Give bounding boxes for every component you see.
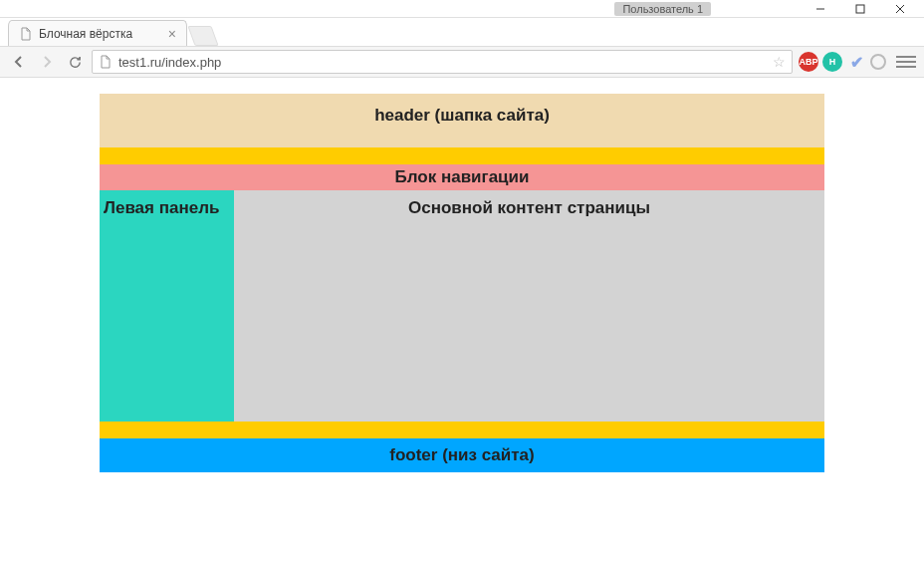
site-header-block: header (шапка сайта) (100, 94, 824, 147)
os-titlebar: Пользователь 1 (0, 0, 924, 18)
browser-tab-bar: Блочная вёрстка × (0, 18, 924, 46)
yellow-strip-bottom (100, 422, 824, 438)
svg-rect-1 (856, 5, 864, 13)
url-text: test1.ru/index.php (118, 55, 767, 70)
abp-extension-icon[interactable]: ABP (799, 52, 818, 72)
extension-icons: ABP H ✔ (799, 52, 886, 72)
reload-button[interactable] (64, 51, 86, 73)
nav-block: Блок навигации (100, 164, 824, 190)
forward-button[interactable] (36, 51, 58, 73)
tab-title: Блочная вёрстка (39, 27, 162, 41)
document-icon (19, 27, 33, 41)
yellow-strip-top (100, 147, 824, 164)
bookmark-star-icon[interactable]: ☆ (773, 54, 786, 70)
new-tab-button[interactable] (187, 26, 218, 46)
page-viewport: header (шапка сайта) Блок навигации Лева… (0, 78, 924, 565)
left-panel-block: Левая панель (100, 190, 234, 422)
tab-close-icon[interactable]: × (168, 27, 176, 41)
main-content-block: Основной контент страницы (234, 190, 824, 422)
browser-tab[interactable]: Блочная вёрстка × (8, 20, 187, 46)
window-controls (801, 0, 920, 18)
address-bar[interactable]: test1.ru/index.php ☆ (92, 50, 793, 74)
maximize-button[interactable] (840, 0, 880, 18)
site-footer-block: footer (низ сайта) (100, 438, 824, 472)
page-layout: header (шапка сайта) Блок навигации Лева… (100, 94, 824, 472)
menu-button[interactable] (896, 56, 916, 68)
browser-toolbar: test1.ru/index.php ☆ ABP H ✔ (0, 46, 924, 78)
close-button[interactable] (880, 0, 920, 18)
h-extension-icon[interactable]: H (822, 52, 842, 72)
check-extension-icon[interactable]: ✔ (846, 52, 866, 72)
middle-row: Левая панель Основной контент страницы (100, 190, 824, 422)
back-button[interactable] (8, 51, 30, 73)
profile-badge[interactable]: Пользователь 1 (614, 2, 711, 16)
options-extension-icon[interactable] (870, 54, 886, 70)
site-info-icon[interactable] (99, 55, 113, 69)
minimize-button[interactable] (801, 0, 840, 18)
